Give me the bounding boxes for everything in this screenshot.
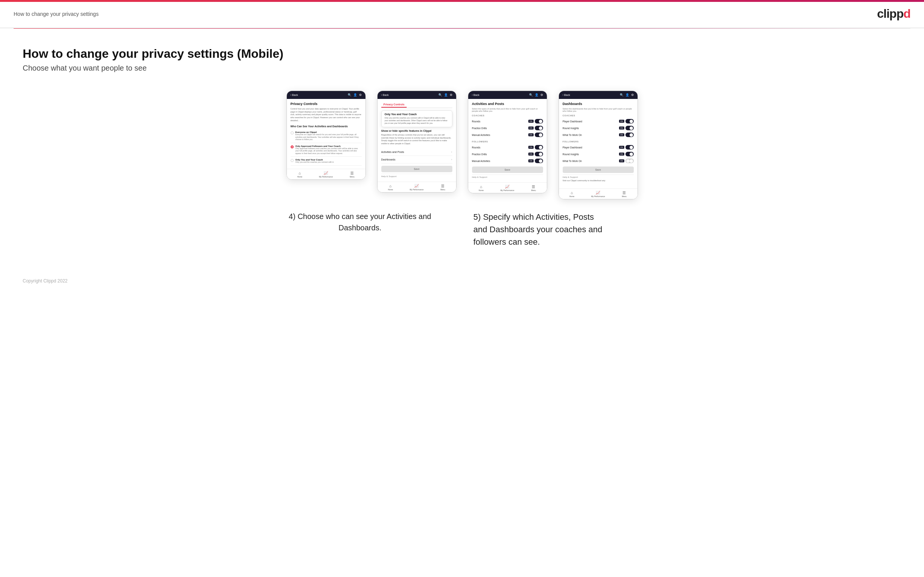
followers-label-4: FOLLOWERS xyxy=(563,140,634,143)
back-label-2: Back xyxy=(383,93,389,96)
menu-label-1: Menu xyxy=(350,176,355,178)
logo-text: clipp xyxy=(877,7,904,20)
help-support-3: Help & Support xyxy=(472,174,543,179)
tab-home-3[interactable]: ⌂ Home xyxy=(468,185,494,192)
tab-menu-1[interactable]: ☰ Menu xyxy=(339,171,365,178)
tab-menu-3[interactable]: ☰ Menu xyxy=(520,185,546,192)
activities-posts-arrow: › xyxy=(451,150,452,154)
help-support-2: Help & Support xyxy=(381,174,452,179)
phone-3: ‹ Back 🔍 👤 ⚙ Activities and Posts Select… xyxy=(468,90,547,193)
toggle-player-dash-followers-label: Player Dashboard xyxy=(563,146,582,149)
logo-accent: d xyxy=(903,7,910,20)
back-button-2[interactable]: ‹ Back xyxy=(381,93,389,96)
toggle-round-coaches-switch[interactable] xyxy=(625,126,634,130)
home-label-1: Home xyxy=(297,176,302,178)
phone-2-col: ‹ Back 🔍 👤 ⚙ Privacy Controls xyxy=(377,90,457,200)
settings-icon-3[interactable]: ⚙ xyxy=(540,93,543,97)
toggle-drills-followers-switch[interactable] xyxy=(535,152,543,156)
toggle-round-insights-followers-label: Round Insights xyxy=(563,153,579,156)
captions-row: 4) Choose who can see your Activities an… xyxy=(23,211,901,248)
home-icon-2: ⌂ xyxy=(389,184,391,188)
help-support-4: Help & Support xyxy=(563,174,634,179)
performance-icon-4: 📈 xyxy=(596,191,600,195)
search-icon-2[interactable]: 🔍 xyxy=(438,93,442,97)
tab-performance-3[interactable]: 📈 My Performance xyxy=(494,185,520,192)
save-btn-2[interactable]: Save xyxy=(381,166,452,172)
settings-icon-4[interactable]: ⚙ xyxy=(631,93,634,97)
radio-circle-approved xyxy=(291,145,294,148)
tab-menu-2[interactable]: ☰ Menu xyxy=(430,184,456,191)
tab-home-1[interactable]: ⌂ Home xyxy=(287,171,313,178)
toggle-round-followers-switch[interactable] xyxy=(625,152,634,156)
toggle-what-coaches-label: What To Work On xyxy=(563,134,582,136)
caption-step5-line3: followers can see. xyxy=(473,237,540,247)
tab-performance-2[interactable]: 📈 My Performance xyxy=(404,184,430,191)
tab-home-4[interactable]: ⌂ Home xyxy=(559,191,585,198)
profile-icon-3[interactable]: 👤 xyxy=(535,93,538,97)
toggle-manual-coaches-switch[interactable] xyxy=(535,132,543,137)
tab-menu-4[interactable]: ☰ Menu xyxy=(611,191,637,198)
phone-1-col: ‹ Back 🔍 👤 ⚙ Privacy Controls Control ho… xyxy=(286,90,366,187)
home-label-4: Home xyxy=(569,195,574,198)
header-icons-1: 🔍 👤 ⚙ xyxy=(348,93,362,97)
menu-icon-3: ☰ xyxy=(532,185,535,189)
profile-icon-2[interactable]: 👤 xyxy=(444,93,448,97)
followers-label-3: FOLLOWERS xyxy=(472,140,543,143)
toggle-drills-coaches-control: ON xyxy=(528,126,543,130)
toggle-manual-coaches: Manual Activities ON xyxy=(472,131,543,138)
search-icon-3[interactable]: 🔍 xyxy=(529,93,533,97)
menu-label-4: Menu xyxy=(622,195,627,198)
toggle-what-coaches-switch[interactable] xyxy=(625,132,634,137)
home-icon-3: ⌂ xyxy=(480,185,482,189)
performance-icon-2: 📈 xyxy=(414,184,419,188)
dashboards-nav[interactable]: Dashboards › xyxy=(381,156,452,163)
menu-label-3: Menu xyxy=(531,189,536,192)
settings-icon-2[interactable]: ⚙ xyxy=(450,93,452,97)
privacy-tab-active[interactable]: Privacy Controls xyxy=(381,102,407,108)
profile-icon-1[interactable]: 👤 xyxy=(353,93,357,97)
radio-only-you[interactable]: Only You and Your Coach Only you and the… xyxy=(291,157,362,166)
toggle-player-dash-followers: Player Dashboard ON xyxy=(563,144,634,151)
toggle-player-coaches-switch[interactable] xyxy=(625,119,634,124)
back-button-3[interactable]: ‹ Back xyxy=(472,93,480,96)
toggle-round-insights-followers: Round Insights ON xyxy=(563,151,634,158)
toggle-player-dash-coaches: Player Dashboard ON xyxy=(563,118,634,125)
logo: clippd xyxy=(877,7,910,21)
tab-home-2[interactable]: ⌂ Home xyxy=(378,184,404,191)
radio-desc-everyone: Everyone on Clippd can search for you an… xyxy=(296,133,362,141)
back-button-4[interactable]: ‹ Back xyxy=(563,93,570,96)
activities-desc: Select the types of activity that you'd … xyxy=(472,108,543,112)
dashboards-label: Dashboards xyxy=(381,158,396,161)
caption-step-4: 4) Choose who can see your Activities an… xyxy=(270,211,451,234)
toggle-manual-followers-switch[interactable] xyxy=(535,159,543,163)
radio-approved[interactable]: Only Approved Followers and Your Coach O… xyxy=(291,143,362,157)
toggle-rounds-followers-switch[interactable] xyxy=(535,145,543,150)
toggle-drills-coaches-switch[interactable] xyxy=(535,126,543,130)
settings-icon-1[interactable]: ⚙ xyxy=(359,93,362,97)
activities-posts-nav[interactable]: Activities and Posts › xyxy=(381,148,452,156)
profile-icon-4[interactable]: 👤 xyxy=(625,93,629,97)
toggle-what-followers-control: ON xyxy=(619,159,634,163)
back-button-1[interactable]: ‹ Back xyxy=(291,93,298,96)
home-label-3: Home xyxy=(478,189,483,192)
who-can-see-label: Who Can See Your Activities and Dashboar… xyxy=(291,125,362,127)
performance-icon-3: 📈 xyxy=(505,185,509,189)
tab-performance-1[interactable]: 📈 My Performance xyxy=(313,171,339,178)
toggle-round-coaches-control: ON xyxy=(619,126,634,130)
toggle-rounds-coaches-label: Rounds xyxy=(472,120,480,123)
save-btn-3[interactable]: Save xyxy=(472,166,543,173)
home-label-2: Home xyxy=(388,189,393,191)
radio-circle-only-you xyxy=(291,159,294,162)
toggle-manual-followers-label: Manual Activities xyxy=(472,160,490,162)
search-icon-1[interactable]: 🔍 xyxy=(348,93,351,97)
toggle-drills-coaches: Practice Drills ON xyxy=(472,125,543,131)
toggle-what-followers-switch[interactable] xyxy=(625,159,634,163)
search-icon-4[interactable]: 🔍 xyxy=(620,93,624,97)
toggle-rounds-coaches-switch[interactable] xyxy=(535,119,543,124)
tab-performance-4[interactable]: 📈 My Performance xyxy=(585,191,611,198)
toggle-player-followers-switch[interactable] xyxy=(625,145,634,150)
radio-everyone[interactable]: Everyone on Clippd Everyone on Clippd ca… xyxy=(291,129,362,143)
save-btn-4[interactable]: Save xyxy=(563,166,634,173)
phone-4: ‹ Back 🔍 👤 ⚙ Dashboards Select the dashb… xyxy=(559,90,638,199)
on-ri-f: ON xyxy=(619,153,624,156)
